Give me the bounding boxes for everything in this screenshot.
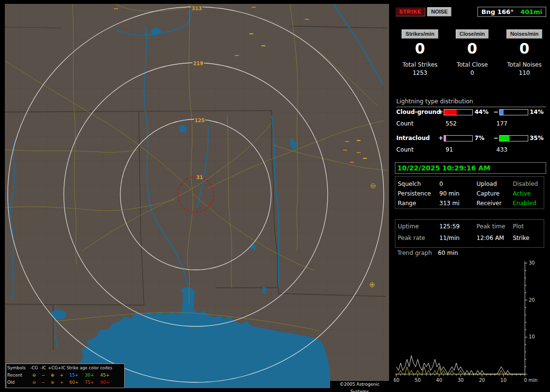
strikes-counter: Strikes/min 0 Total Strikes 1253 bbox=[395, 29, 445, 76]
legend-col-pos-cg: +CG bbox=[48, 366, 57, 370]
ic-neg-sign: − bbox=[493, 135, 498, 141]
peak-rate-label: Peak rate bbox=[398, 235, 425, 241]
uptime-value: 125:59 bbox=[439, 223, 460, 230]
bearing-value: Bng 166° bbox=[481, 8, 514, 15]
cg-pos-bar-fill bbox=[444, 110, 457, 115]
control-sidebar: STRIKE NOISE Bng 166° 401mi Strikes/min … bbox=[394, 4, 550, 388]
neg-cg-old-icon: ⊖ bbox=[29, 380, 39, 385]
svg-text:60: 60 bbox=[394, 378, 399, 383]
svg-text:0 min: 0 min bbox=[524, 378, 537, 383]
cg-neg-bar bbox=[499, 109, 528, 115]
svg-text:20: 20 bbox=[479, 378, 485, 383]
neg-cg-recent-icon: ⊖ bbox=[29, 373, 39, 378]
map-canvas: 313 219 125 31 bbox=[5, 4, 389, 388]
strikes-per-min-button[interactable]: Strikes/min bbox=[402, 29, 438, 39]
age-75: 75+ bbox=[82, 380, 97, 385]
neg-ic-recent-icon: − bbox=[39, 373, 48, 378]
ic-neg-pct: 35% bbox=[530, 135, 544, 141]
svg-text:30: 30 bbox=[458, 378, 464, 383]
status-panel: Squelch 0 Upload Disabled Persistence 90… bbox=[395, 176, 544, 209]
noises-counter: Noises/min 0 Total Noises 110 bbox=[499, 29, 550, 76]
age-45: 45+ bbox=[97, 373, 113, 378]
pos-cg-recent-icon: ⊕ bbox=[48, 373, 57, 378]
cg-pos-sign: + bbox=[438, 109, 443, 115]
cg-neg-count: 177 bbox=[496, 120, 507, 127]
total-close-value: 0 bbox=[447, 70, 497, 76]
pos-cg-old-icon: ⊕ bbox=[48, 380, 57, 385]
distribution-title: Lightning type distribution bbox=[396, 98, 546, 107]
age-60: 60+ bbox=[66, 380, 82, 385]
bearing-range-value: 401mi bbox=[521, 8, 542, 15]
total-strikes-value: 1253 bbox=[395, 70, 445, 76]
cg-neg-pct: 14% bbox=[530, 109, 544, 115]
total-noises-value: 110 bbox=[499, 70, 550, 76]
legend-old-label: Old bbox=[7, 380, 29, 385]
ic-pos-bar-fill bbox=[444, 136, 446, 141]
receiver-label: Receiver bbox=[477, 200, 502, 207]
svg-text:30: 30 bbox=[529, 260, 535, 266]
legend-symbols-header: Symbols bbox=[7, 366, 29, 370]
svg-text:50: 50 bbox=[415, 378, 421, 383]
ic-pos-count: 91 bbox=[446, 146, 453, 153]
total-close-label: Total Close bbox=[447, 61, 497, 68]
legend-col-neg-ic: -IC bbox=[39, 366, 48, 370]
stats-panel: Uptime 125:59 Peak time Plot Peak rate 1… bbox=[395, 219, 544, 248]
squelch-label: Squelch bbox=[398, 181, 421, 187]
ic-neg-count: 433 bbox=[496, 146, 507, 153]
legend-recent-label: Recent bbox=[7, 373, 29, 378]
close-counter: Close/min 0 Total Close 0 bbox=[447, 29, 497, 76]
ring-label-313: 313 bbox=[192, 6, 202, 11]
cloud-ground-label: Cloud-ground bbox=[396, 109, 441, 115]
neg-ic-old-icon: − bbox=[39, 380, 48, 385]
pos-ic-recent-icon: + bbox=[57, 373, 66, 378]
svg-text:20: 20 bbox=[529, 297, 535, 303]
cg-neg-bar-fill bbox=[500, 110, 504, 115]
noise-toggle-button[interactable]: NOISE bbox=[427, 7, 451, 16]
receiver-value: Enabled bbox=[513, 200, 536, 207]
total-strikes-label: Total Strikes bbox=[395, 61, 445, 68]
ic-pos-sign: + bbox=[438, 135, 443, 141]
persistence-label: Persistence bbox=[398, 190, 431, 197]
legend-age-header: Strike age color codes bbox=[66, 366, 113, 370]
capture-label: Capture bbox=[477, 190, 500, 197]
map-legend: Symbols -CG -IC +CG +IC Strike age color… bbox=[6, 364, 125, 388]
age-15: 15+ bbox=[66, 373, 82, 378]
ic-pos-bar bbox=[444, 135, 473, 141]
ic-neg-bar bbox=[499, 135, 528, 141]
upload-value: Disabled bbox=[513, 181, 538, 187]
trend-graph: 6050403020100 min302010 bbox=[394, 260, 548, 388]
intracloud-label: Intracloud bbox=[396, 135, 430, 141]
persistence-value: 90 min bbox=[439, 190, 460, 197]
noises-per-min-button[interactable]: Noises/min bbox=[507, 29, 543, 39]
upload-label: Upload bbox=[477, 181, 497, 187]
close-per-min-value: 0 bbox=[447, 40, 497, 57]
strike-toggle-button[interactable]: STRIKE bbox=[395, 7, 425, 16]
cg-pos-count: 552 bbox=[446, 120, 457, 127]
trend-graph-window: 60 min bbox=[438, 250, 458, 256]
ring-label-31: 31 bbox=[196, 175, 203, 180]
uptime-label: Uptime bbox=[398, 223, 419, 230]
cg-pos-bar bbox=[444, 109, 473, 115]
range-value: 313 mi bbox=[439, 200, 460, 207]
peak-rate-value: 11/min bbox=[439, 235, 460, 241]
svg-text:10: 10 bbox=[500, 378, 507, 383]
ic-pos-pct: 7% bbox=[475, 135, 484, 141]
cg-pos-pct: 44% bbox=[475, 109, 489, 115]
noises-per-min-value: 0 bbox=[499, 40, 550, 57]
ic-neg-bar-fill bbox=[500, 136, 509, 141]
close-per-min-button[interactable]: Close/min bbox=[456, 29, 489, 39]
squelch-value: 0 bbox=[439, 181, 443, 187]
plot-value: Strike bbox=[513, 235, 530, 241]
cg-neg-sign: − bbox=[493, 109, 498, 115]
pos-ic-old-icon: + bbox=[57, 380, 66, 385]
legend-col-neg-cg: -CG bbox=[29, 366, 39, 370]
legend-col-pos-ic: +IC bbox=[57, 366, 66, 370]
age-90: 90+ bbox=[97, 380, 113, 385]
plot-label: Plot bbox=[513, 223, 524, 230]
lightning-map[interactable]: 313 219 125 31 Symbols -CG -IC +CG +IC S… bbox=[5, 4, 389, 388]
ring-label-125: 125 bbox=[195, 118, 205, 123]
peak-time-value: 12:06 AM bbox=[477, 235, 504, 241]
age-30: 30+ bbox=[82, 373, 97, 378]
strikes-per-min-value: 0 bbox=[395, 40, 445, 57]
bearing-display[interactable]: Bng 166° 401mi bbox=[478, 7, 546, 17]
